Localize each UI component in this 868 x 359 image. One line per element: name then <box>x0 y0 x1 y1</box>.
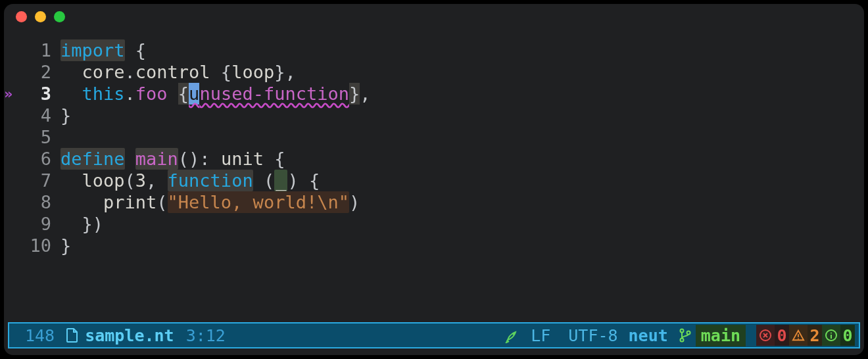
git-branch-icon <box>679 327 692 343</box>
svg-point-1 <box>680 329 683 333</box>
window-close-button[interactable] <box>16 11 27 22</box>
code-line[interactable]: 1import { <box>4 39 864 61</box>
svg-point-5 <box>798 339 799 340</box>
branch-label: main <box>696 325 746 347</box>
gutter-marker <box>4 235 16 256</box>
code-content[interactable]: loop(3, function (_) { <box>54 170 320 191</box>
code-line[interactable]: 10} <box>4 235 864 256</box>
code-content[interactable]: this.foo {unused-function}, <box>54 83 370 105</box>
gutter-marker <box>4 191 16 213</box>
git-branch[interactable]: main <box>679 325 746 347</box>
line-number[interactable]: 7 <box>16 170 54 191</box>
code-line[interactable]: 2 core.control {loop}, <box>4 61 864 83</box>
code-line[interactable]: 8 print("Hello, world!\n") <box>4 191 864 213</box>
window-minimize-button[interactable] <box>35 11 46 22</box>
line-number[interactable]: 5 <box>16 126 54 148</box>
line-ending-encoding[interactable]: LF UTF-8 <box>531 326 617 345</box>
svg-point-2 <box>680 339 683 342</box>
titlebar <box>4 4 864 29</box>
code-content[interactable]: } <box>54 105 71 126</box>
line-number[interactable]: 6 <box>16 148 54 170</box>
line-number[interactable]: 9 <box>16 213 54 235</box>
code-line[interactable]: 9 }) <box>4 213 864 235</box>
code-content[interactable]: import { <box>54 39 146 61</box>
cursor-position[interactable]: 3:12 <box>186 326 226 345</box>
gutter-marker <box>4 39 16 61</box>
status-filename[interactable]: sample.nt <box>66 326 174 345</box>
code-line[interactable]: 7 loop(3, function (_) { <box>4 170 864 191</box>
warning-icon <box>789 325 808 346</box>
code-line[interactable]: 6define main(): unit { <box>4 148 864 170</box>
gutter-marker <box>4 148 16 170</box>
error-count: 0 <box>775 325 789 346</box>
line-number[interactable]: 2 <box>16 61 54 83</box>
gutter-marker <box>4 170 16 191</box>
code-content[interactable]: define main(): unit { <box>54 148 285 170</box>
gutter-marker: » <box>4 83 16 105</box>
line-number[interactable]: 10 <box>16 235 54 256</box>
file-icon <box>66 328 78 343</box>
status-id: 148 <box>25 326 55 345</box>
warning-count: 2 <box>808 325 822 346</box>
line-number[interactable]: 1 <box>16 39 54 61</box>
status-bar: 148 sample.nt 3:12 LF UTF-8 neut main <box>8 322 860 348</box>
code-content[interactable]: core.control {loop}, <box>54 61 296 83</box>
editor-window: 1import {2 core.control {loop},»3 this.f… <box>4 4 864 355</box>
code-content[interactable] <box>54 126 60 148</box>
svg-point-7 <box>831 333 832 334</box>
line-number[interactable]: 4 <box>16 105 54 126</box>
code-line[interactable]: 4} <box>4 105 864 126</box>
window-maximize-button[interactable] <box>54 11 65 22</box>
code-content[interactable]: } <box>54 235 71 256</box>
eol-label: LF <box>531 326 550 345</box>
line-number[interactable]: 3 <box>16 83 54 105</box>
info-icon <box>822 325 840 346</box>
gutter-marker <box>4 126 16 148</box>
code-line[interactable]: »3 this.foo {unused-function}, <box>4 83 864 105</box>
line-number[interactable]: 8 <box>16 191 54 213</box>
encoding-label: UTF-8 <box>568 326 617 345</box>
gutter-marker <box>4 105 16 126</box>
filename-label: sample.nt <box>85 326 174 345</box>
error-icon <box>756 325 775 346</box>
gutter-marker <box>4 213 16 235</box>
breakpoint-marker-icon[interactable]: » <box>4 83 12 105</box>
info-count: 0 <box>840 325 855 346</box>
code-line[interactable]: 5 <box>4 126 864 148</box>
svg-point-3 <box>687 331 690 335</box>
svg-point-0 <box>513 333 515 335</box>
code-editor[interactable]: 1import {2 core.control {loop},»3 this.f… <box>4 29 864 318</box>
lsp-status-icon[interactable] <box>504 327 520 343</box>
code-content[interactable]: print("Hello, world!\n") <box>54 191 360 213</box>
diagnostics[interactable]: 0 2 0 <box>756 325 855 346</box>
gutter-marker <box>4 61 16 83</box>
language-mode[interactable]: neut <box>629 326 668 345</box>
code-content[interactable]: }) <box>54 213 103 235</box>
